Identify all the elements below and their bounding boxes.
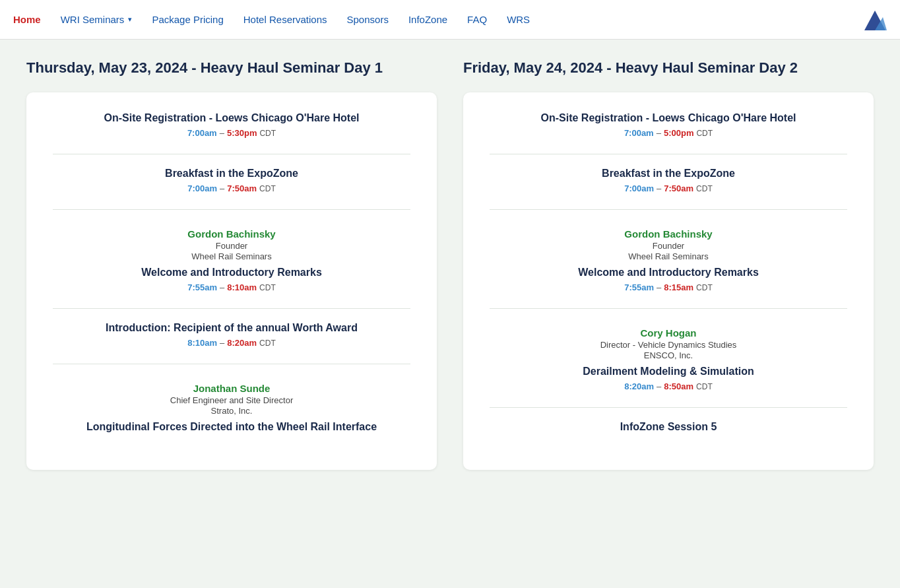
event-title: Breakfast in the ExpoZone xyxy=(53,168,410,180)
time-tz: CDT xyxy=(696,184,713,193)
time-end: 5:00pm xyxy=(664,128,694,138)
time-end: 8:10am xyxy=(227,282,257,292)
day-column-day1: Thursday, May 23, 2024 - Heavy Haul Semi… xyxy=(13,59,450,470)
time-dash: – xyxy=(657,128,661,138)
main-content: Thursday, May 23, 2024 - Heavy Haul Semi… xyxy=(0,40,900,490)
time-dash: – xyxy=(220,338,224,348)
schedule-item: Breakfast in the ExpoZone7:00am–7:50amCD… xyxy=(53,154,410,203)
time-dash: – xyxy=(657,381,661,391)
time-start: 7:55am xyxy=(187,282,217,292)
time-end: 8:50am xyxy=(664,381,693,391)
speaker-role: Founder xyxy=(490,241,847,251)
event-title: Welcome and Introductory Remarks xyxy=(53,267,410,278)
time-tz: CDT xyxy=(696,382,713,391)
nav-item-faq[interactable]: FAQ xyxy=(467,14,487,25)
event-title: On-Site Registration - Loews Chicago O'H… xyxy=(53,112,410,124)
speaker-role: Chief Engineer and Site Director xyxy=(53,395,410,405)
time-dash: – xyxy=(220,282,224,292)
time-end: 8:15am xyxy=(664,282,693,292)
schedule-item: Jonathan SundeChief Engineer and Site Di… xyxy=(53,364,410,443)
nav-item-wrs[interactable]: WRS xyxy=(507,14,530,25)
time-dash: – xyxy=(657,183,661,193)
day-column-day2: Friday, May 24, 2024 - Heavy Haul Semina… xyxy=(450,59,887,470)
time-end: 7:50am xyxy=(664,183,693,193)
nav-item-home[interactable]: Home xyxy=(13,14,41,25)
main-nav: HomeWRI Seminars▾Package PricingHotel Re… xyxy=(0,0,900,40)
event-title: Breakfast in the ExpoZone xyxy=(490,168,847,180)
schedule-item: InfoZone Session 5 xyxy=(490,407,847,443)
event-time: 7:00am–5:30pmCDT xyxy=(53,128,410,138)
speaker-org: Strato, Inc. xyxy=(53,406,410,416)
time-tz: CDT xyxy=(259,129,276,138)
time-tz: CDT xyxy=(259,184,276,193)
schedule-item: Gordon BachinskyFounderWheel Rail Semina… xyxy=(53,209,410,302)
event-title: Welcome and Introductory Remarks xyxy=(490,267,847,278)
time-start: 8:20am xyxy=(624,381,654,391)
event-title: Derailment Modeling & Simulation xyxy=(490,366,847,377)
speaker-role: Director - Vehicle Dynamics Studies xyxy=(490,340,847,350)
time-start: 8:10am xyxy=(187,338,217,348)
event-time: 7:55am–8:15amCDT xyxy=(490,282,847,292)
time-dash: – xyxy=(220,183,224,193)
schedule-item: Breakfast in the ExpoZone7:00am–7:50amCD… xyxy=(490,154,847,203)
time-start: 7:00am xyxy=(187,183,217,193)
event-time: 7:00am–7:50amCDT xyxy=(53,183,410,193)
speaker-name: Gordon Bachinsky xyxy=(53,228,410,240)
wrs-logo xyxy=(863,8,887,32)
schedule-item: Introduction: Recipient of the annual Wo… xyxy=(53,308,410,357)
nav-item-package-pricing[interactable]: Package Pricing xyxy=(152,14,223,25)
event-title: On-Site Registration - Loews Chicago O'H… xyxy=(490,112,847,124)
speaker-org: Wheel Rail Seminars xyxy=(53,251,410,261)
event-time: 8:20am–8:50amCDT xyxy=(490,381,847,391)
event-title: InfoZone Session 5 xyxy=(490,421,847,433)
speaker-name: Cory Hogan xyxy=(490,327,847,339)
time-tz: CDT xyxy=(259,283,276,292)
nav-items: HomeWRI Seminars▾Package PricingHotel Re… xyxy=(13,14,863,25)
schedule-item: Gordon BachinskyFounderWheel Rail Semina… xyxy=(490,209,847,302)
event-time: 7:55am–8:10amCDT xyxy=(53,282,410,292)
time-tz: CDT xyxy=(259,339,276,348)
time-tz: CDT xyxy=(696,283,713,292)
event-time: 7:00am–5:00pmCDT xyxy=(490,128,847,138)
schedule-card-day2: On-Site Registration - Loews Chicago O'H… xyxy=(463,92,874,470)
time-start: 7:00am xyxy=(624,183,654,193)
time-dash: – xyxy=(657,282,661,292)
event-title: Longitudinal Forces Directed into the Wh… xyxy=(53,421,410,433)
time-start: 7:00am xyxy=(187,128,217,138)
time-start: 7:55am xyxy=(624,282,654,292)
day-title-day2: Friday, May 24, 2024 - Heavy Haul Semina… xyxy=(463,59,874,77)
speaker-org: Wheel Rail Seminars xyxy=(490,251,847,261)
nav-item-wri-seminars[interactable]: WRI Seminars▾ xyxy=(61,14,133,25)
nav-item-sponsors[interactable]: Sponsors xyxy=(347,14,389,25)
nav-item-infozone[interactable]: InfoZone xyxy=(408,14,447,25)
speaker-name: Jonathan Sunde xyxy=(53,383,410,394)
schedule-card-day1: On-Site Registration - Loews Chicago O'H… xyxy=(26,92,437,470)
schedule-item: Cory HoganDirector - Vehicle Dynamics St… xyxy=(490,308,847,401)
time-dash: – xyxy=(220,128,224,138)
event-title: Introduction: Recipient of the annual Wo… xyxy=(53,322,410,334)
event-time: 7:00am–7:50amCDT xyxy=(490,183,847,193)
time-tz: CDT xyxy=(696,129,713,138)
time-end: 5:30pm xyxy=(227,128,257,138)
speaker-org: ENSCO, Inc. xyxy=(490,350,847,360)
chevron-down-icon: ▾ xyxy=(128,15,132,24)
schedule-item: On-Site Registration - Loews Chicago O'H… xyxy=(490,112,847,147)
day-title-day1: Thursday, May 23, 2024 - Heavy Haul Semi… xyxy=(26,59,437,77)
time-end: 7:50am xyxy=(227,183,257,193)
speaker-role: Founder xyxy=(53,241,410,251)
time-start: 7:00am xyxy=(624,128,654,138)
time-end: 8:20am xyxy=(227,338,257,348)
event-time: 8:10am–8:20amCDT xyxy=(53,338,410,348)
speaker-name: Gordon Bachinsky xyxy=(490,228,847,240)
schedule-item: On-Site Registration - Loews Chicago O'H… xyxy=(53,112,410,147)
nav-item-hotel-reservations[interactable]: Hotel Reservations xyxy=(243,14,327,25)
